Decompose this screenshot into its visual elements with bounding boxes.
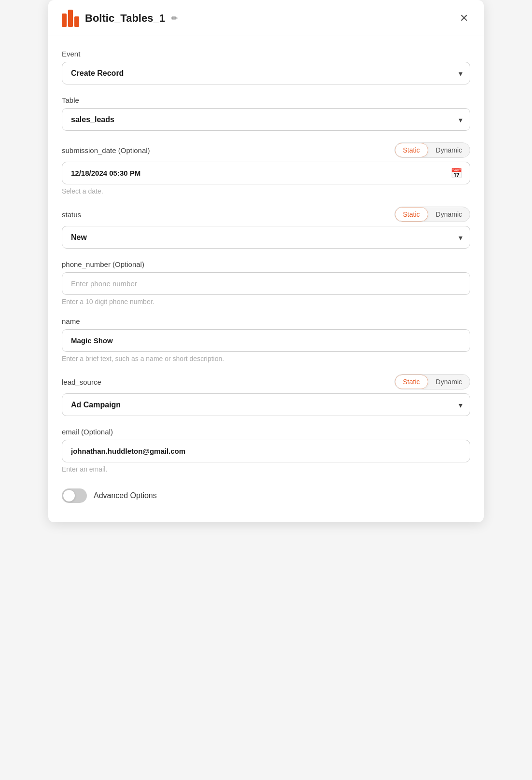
status-select[interactable]: New In Progress Closed	[62, 226, 470, 249]
status-toggle-group: Static Dynamic	[394, 207, 470, 222]
lead-source-select[interactable]: Ad Campaign Organic Referral	[62, 393, 470, 416]
table-select[interactable]: sales_leads contacts orders	[62, 108, 470, 131]
logo-bar-2	[68, 10, 73, 27]
lead-source-dynamic-button[interactable]: Dynamic	[428, 375, 470, 389]
event-label: Event	[62, 50, 470, 58]
status-label: status	[62, 210, 81, 219]
phone-number-label: phone_number (Optional)	[62, 260, 470, 268]
logo-bar-1	[62, 14, 67, 27]
edit-icon[interactable]: ✏	[171, 13, 178, 24]
panel-content: Event Create Record Update Record Delete…	[48, 36, 484, 522]
status-header-row: status Static Dynamic	[62, 207, 470, 222]
event-select[interactable]: Create Record Update Record Delete Recor…	[62, 62, 470, 84]
submission-date-field-group: submission_date (Optional) Static Dynami…	[62, 142, 470, 195]
submission-date-static-button[interactable]: Static	[395, 143, 428, 157]
email-input[interactable]	[62, 440, 470, 462]
name-field-group: name Enter a brief text, such as a name …	[62, 317, 470, 362]
submission-date-label: submission_date (Optional)	[62, 146, 150, 154]
panel-title: Boltic_Tables_1	[85, 12, 165, 25]
submission-date-input-wrapper: 📅	[62, 162, 470, 184]
panel-header: Boltic_Tables_1 ✏ ✕	[48, 0, 484, 36]
submission-date-toggle-group: Static Dynamic	[394, 142, 470, 158]
phone-number-input[interactable]	[62, 272, 470, 295]
submission-date-header-row: submission_date (Optional) Static Dynami…	[62, 142, 470, 158]
lead-source-label: lead_source	[62, 378, 101, 386]
name-hint: Enter a brief text, such as a name or sh…	[62, 355, 470, 362]
submission-date-hint: Select a date.	[62, 187, 470, 195]
table-select-wrapper: sales_leads contacts orders ▾	[62, 108, 470, 131]
advanced-options-row: Advanced Options	[62, 488, 470, 503]
email-label: email (Optional)	[62, 428, 470, 436]
event-select-wrapper: Create Record Update Record Delete Recor…	[62, 62, 470, 84]
lead-source-static-button[interactable]: Static	[395, 375, 428, 389]
toggle-slider	[62, 488, 87, 503]
name-input[interactable]	[62, 329, 470, 352]
status-field-group: status Static Dynamic New In Progress Cl…	[62, 207, 470, 249]
table-label: Table	[62, 96, 470, 104]
event-field-group: Event Create Record Update Record Delete…	[62, 50, 470, 84]
phone-number-field-group: phone_number (Optional) Enter a 10 digit…	[62, 260, 470, 306]
status-dynamic-button[interactable]: Dynamic	[428, 207, 470, 222]
main-panel: Boltic_Tables_1 ✏ ✕ Event Create Record …	[48, 0, 484, 522]
lead-source-header-row: lead_source Static Dynamic	[62, 374, 470, 390]
status-select-wrapper: New In Progress Closed ▾	[62, 226, 470, 249]
status-static-button[interactable]: Static	[395, 207, 428, 222]
logo-icon	[62, 10, 79, 27]
submission-date-input[interactable]	[62, 162, 470, 184]
advanced-options-toggle[interactable]	[62, 488, 87, 503]
advanced-options-label: Advanced Options	[94, 491, 157, 500]
email-field-group: email (Optional) Enter an email.	[62, 428, 470, 473]
lead-source-select-wrapper: Ad Campaign Organic Referral ▾	[62, 393, 470, 416]
lead-source-toggle-group: Static Dynamic	[394, 374, 470, 390]
header-left: Boltic_Tables_1 ✏	[62, 10, 178, 27]
name-label: name	[62, 317, 470, 325]
lead-source-field-group: lead_source Static Dynamic Ad Campaign O…	[62, 374, 470, 416]
close-button[interactable]: ✕	[458, 11, 470, 26]
email-hint: Enter an email.	[62, 465, 470, 473]
submission-date-dynamic-button[interactable]: Dynamic	[428, 143, 470, 157]
table-field-group: Table sales_leads contacts orders ▾	[62, 96, 470, 131]
phone-number-hint: Enter a 10 digit phone number.	[62, 298, 470, 306]
logo-bar-3	[74, 16, 79, 27]
